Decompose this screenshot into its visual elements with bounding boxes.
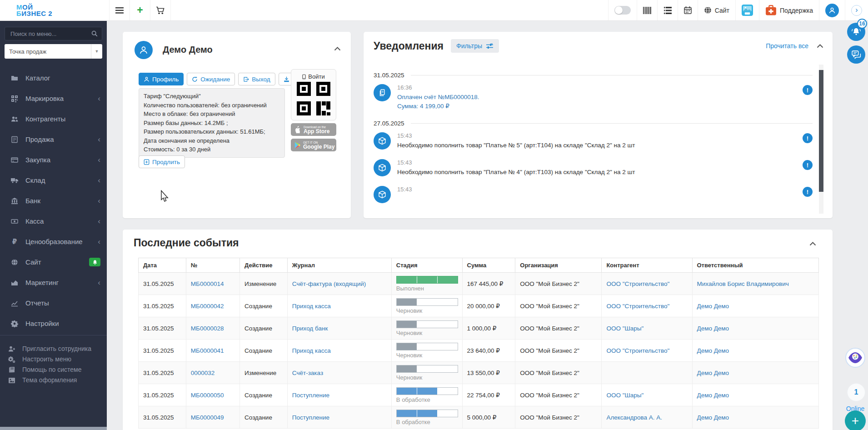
sidebar-item-chart-area[interactable]: Маркетинг‹ xyxy=(0,272,107,293)
important-badge[interactable]: ! xyxy=(803,133,813,143)
notification-text[interactable]: Оплачен счёт №МБ0000018. xyxy=(397,93,479,102)
event-number-link[interactable]: МБ0000049 xyxy=(191,414,224,421)
pos-select[interactable]: Точка продаж ▼ xyxy=(5,44,102,59)
sidebar-item-bank[interactable]: Банк‹ xyxy=(0,190,107,211)
prolong-button[interactable]: Продлить xyxy=(139,155,185,168)
view-toggle[interactable] xyxy=(608,0,637,20)
create-new-button[interactable]: + xyxy=(130,0,150,20)
event-number-link[interactable]: МБ0000042 xyxy=(191,303,224,310)
event-journal-link[interactable]: Приход банк xyxy=(292,325,328,332)
mobile-app-button[interactable] xyxy=(735,0,759,20)
sidebar-scrollbar[interactable] xyxy=(0,427,107,430)
event-counterparty-link[interactable]: ООО "Строительство" xyxy=(606,347,669,354)
sidebar-item-chart-line[interactable]: Отчеты xyxy=(0,293,107,313)
events-column-header[interactable]: Контрагент xyxy=(602,258,692,273)
user-menu-button[interactable] xyxy=(819,0,845,20)
event-counterparty-link[interactable]: ООО "Шары" xyxy=(606,325,644,332)
person-button[interactable]: Профиль xyxy=(139,73,184,85)
event-responsible-link[interactable]: Демо Демо xyxy=(697,347,729,354)
important-badge[interactable]: ! xyxy=(803,160,813,170)
notification-item[interactable]: 15:43Необходимо пополнить товар "Платье … xyxy=(374,159,813,177)
event-journal-link[interactable]: Поступление xyxy=(292,414,329,421)
refresh-button[interactable]: Ожидание xyxy=(187,73,235,85)
cart-button[interactable] xyxy=(150,0,171,20)
events-column-header[interactable]: Дата xyxy=(139,258,186,273)
calendar-button[interactable] xyxy=(678,0,698,20)
quick-add-button[interactable]: + xyxy=(845,410,866,430)
sidebar-item-ruble[interactable]: ₽Ценообразование‹ xyxy=(0,231,107,252)
event-number-link[interactable]: МБ0000028 xyxy=(191,325,224,332)
event-journal-link[interactable]: Поступление xyxy=(292,392,329,399)
event-counterparty-link[interactable]: ООО "Строительство" xyxy=(606,303,669,310)
notification-item[interactable]: 15:43Необходимо пополнить товар "Платье … xyxy=(374,132,813,150)
footer-link-gears[interactable]: Настроить меню xyxy=(0,354,107,365)
event-responsible-link[interactable]: Демо Демо xyxy=(697,325,729,332)
event-number-link[interactable]: МБ0000050 xyxy=(191,392,224,399)
event-responsible-link[interactable]: Демо Демо xyxy=(697,414,729,421)
sidebar-item-gear[interactable]: Настройки xyxy=(0,313,107,334)
sidebar-item-sale[interactable]: Продажа‹ xyxy=(0,129,107,150)
event-responsible-link[interactable]: Демо Демо xyxy=(697,392,729,399)
events-column-header[interactable]: Сумма xyxy=(462,258,515,273)
event-journal-link[interactable]: Счёт-фактура (входящий) xyxy=(292,280,366,287)
important-badge[interactable]: ! xyxy=(803,85,813,95)
event-number-link[interactable]: МБ0000041 xyxy=(191,347,224,354)
event-responsible-link[interactable]: Михайлов Борис Владимирович xyxy=(697,280,789,287)
search-icon[interactable] xyxy=(91,30,98,37)
expand-panel-button[interactable]: › xyxy=(845,0,868,20)
notification-item[interactable]: 15:43! xyxy=(374,186,813,203)
events-column-header[interactable]: Действие xyxy=(240,258,288,273)
footer-link-user-plus[interactable]: Пригласить сотрудника xyxy=(0,344,107,354)
sidebar-item-purchase[interactable]: Закупка‹ xyxy=(0,150,107,170)
sidebar-item-qr[interactable]: Маркировка‹ xyxy=(0,88,107,109)
event-journal-link[interactable]: Приход касса xyxy=(292,347,331,354)
notifications-collapse-button[interactable] xyxy=(817,43,823,50)
googleplay-badge[interactable]: GET IT ONGoogle Play xyxy=(291,139,336,151)
events-collapse-button[interactable] xyxy=(809,240,816,247)
event-counterparty-link[interactable]: Александрова А. А. xyxy=(606,414,662,421)
events-column-header[interactable]: № xyxy=(186,258,239,273)
footer-link-image[interactable]: Тема оформления xyxy=(0,375,107,385)
read-all-link[interactable]: Прочитать все xyxy=(766,42,808,50)
scrollbar-thumb[interactable] xyxy=(819,70,823,192)
sidebar-item-truck[interactable]: Склад‹ xyxy=(0,170,107,190)
notification-text[interactable]: Сумма: 4 199,00 ₽ xyxy=(397,102,479,111)
event-responsible-link[interactable]: Демо Демо xyxy=(697,370,729,376)
notification-item[interactable]: 16:36Оплачен счёт №МБ0000018.Сумма: 4 19… xyxy=(374,84,813,111)
notifications-scrollbar[interactable] xyxy=(819,65,823,214)
menu-toggle-button[interactable] xyxy=(109,0,130,20)
qr-login-box[interactable]: Войти xyxy=(291,69,336,120)
exit-button[interactable]: Выход xyxy=(238,73,275,85)
menu-search-input[interactable] xyxy=(10,30,91,38)
online-count-badge[interactable]: 1 xyxy=(847,383,865,401)
event-number-link[interactable]: МБ0000014 xyxy=(191,280,224,287)
event-responsible-link[interactable]: Демо Демо xyxy=(697,303,729,310)
sidebar-item-cash[interactable]: Касса‹ xyxy=(0,211,107,231)
events-column-header[interactable]: Организация xyxy=(515,258,602,273)
events-column-header[interactable]: Стадия xyxy=(391,258,462,273)
appstore-badge[interactable]: Download on theApp Store xyxy=(291,123,336,136)
sidebar-item-folder[interactable]: Каталог xyxy=(0,68,107,88)
event-journal-link[interactable]: Счёт-заказ xyxy=(292,370,323,376)
event-journal-link[interactable]: Приход касса xyxy=(292,303,331,310)
widget-eye-button[interactable] xyxy=(845,348,865,368)
event-counterparty-link[interactable]: ООО "Строительство" xyxy=(606,280,669,287)
chevron-left-icon: ‹ xyxy=(98,176,100,184)
sidebar-item-globe[interactable]: Сайт xyxy=(0,252,107,272)
site-button[interactable]: Сайт xyxy=(698,0,735,20)
sidebar-item-users[interactable]: Контрагенты xyxy=(0,109,107,129)
footer-link-book[interactable]: Помощь по системе xyxy=(0,365,107,375)
event-counterparty-link[interactable]: ООО "Шары" xyxy=(606,392,644,399)
support-button[interactable]: Поддержка xyxy=(759,0,819,20)
profile-collapse-button[interactable] xyxy=(334,45,341,52)
event-number-link[interactable]: 0000032 xyxy=(191,370,215,376)
journals-button[interactable] xyxy=(657,0,678,20)
important-badge[interactable]: ! xyxy=(803,187,813,197)
app-logo[interactable]: МОЙ БИЗНЕС 2 xyxy=(0,4,109,17)
filters-button[interactable]: Фильтры xyxy=(451,39,499,53)
events-column-header[interactable]: Ответственный xyxy=(692,258,819,273)
barcode-button[interactable] xyxy=(637,0,657,20)
events-column-header[interactable]: Журнал xyxy=(287,258,391,273)
image-icon xyxy=(7,377,17,384)
chat-button[interactable] xyxy=(847,45,865,64)
